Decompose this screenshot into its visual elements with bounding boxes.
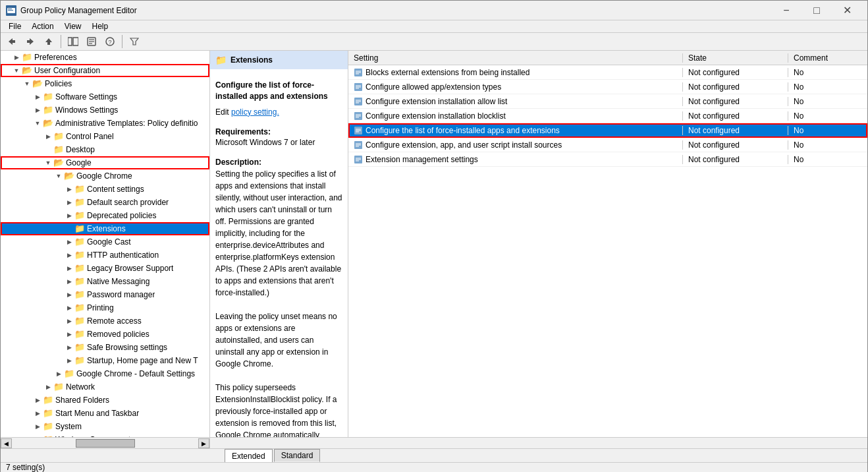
tree-label-desktop: Desktop [66, 145, 95, 154]
tree-item-startup-home[interactable]: ▶ 📁 Startup, Home page and New T [1, 354, 209, 367]
tree-item-extensions[interactable]: 📁 Extensions [1, 222, 209, 235]
tree-hscroll[interactable]: ◀ ▶ [1, 438, 210, 449]
tree-item-printing[interactable]: ▶ 📁 Printing [1, 301, 209, 314]
minimize-button[interactable]: − [771, 1, 801, 20]
properties-button[interactable] [83, 33, 100, 50]
close-button[interactable]: ✕ [832, 1, 862, 20]
tree-item-shared-folders[interactable]: ▶ 📁 Shared Folders [1, 394, 209, 407]
tree-item-native-messaging[interactable]: ▶ 📁 Native Messaging [1, 275, 209, 288]
setting-name-0: Blocks external extensions from being in… [366, 68, 529, 77]
col-header-state: State [683, 53, 788, 63]
settings-row-4[interactable]: Configure the list of force-installed ap… [348, 123, 867, 138]
tree-item-http-auth[interactable]: ▶ 📁 HTTP authentication [1, 249, 209, 262]
setting-name-6: Extension management settings [366, 155, 478, 164]
menu-action[interactable]: Action [26, 20, 59, 32]
state-cell-6: Not configured [683, 155, 788, 164]
back-button[interactable] [3, 33, 20, 50]
tree-item-chrome-default[interactable]: ▶ 📁 Google Chrome - Default Settings [1, 367, 209, 380]
tree-item-default-search[interactable]: ▶ 📁 Default search provider [1, 196, 209, 209]
up-button[interactable] [40, 33, 57, 50]
tree-item-user-config[interactable]: ▼ 📂 User Configuration [1, 64, 209, 77]
tree-item-safe-browsing[interactable]: ▶ 📁 Safe Browsing settings [1, 341, 209, 354]
menu-help[interactable]: Help [87, 20, 114, 32]
folder-icon-start-menu: 📁 [43, 408, 53, 419]
expander-system: ▶ [32, 423, 43, 430]
expander-safe-browsing: ▶ [64, 344, 74, 351]
tree-item-content-settings[interactable]: ▶ 📁 Content settings [1, 183, 209, 196]
title-bar: Group Policy Management Editor − □ ✕ [1, 1, 867, 20]
comment-cell-6: No [788, 155, 867, 164]
tab-extended[interactable]: Extended [225, 449, 273, 462]
settings-row-2[interactable]: Configure extension installation allow l… [348, 94, 867, 109]
setting-cell-2: Configure extension installation allow l… [348, 97, 683, 106]
show-hide-tree-button[interactable] [65, 33, 82, 50]
tree-item-legacy-browser[interactable]: ▶ 📁 Legacy Browser Support [1, 262, 209, 275]
toolbar-sep-2 [122, 35, 122, 48]
expander-chrome-default: ▶ [53, 370, 64, 377]
tree-label-google-chrome: Google Chrome [76, 171, 132, 181]
tree-item-google-chrome[interactable]: ▼ 📂 Google Chrome [1, 169, 209, 183]
folder-icon-preferences-top: 📁 [22, 52, 32, 63]
expander-google: ▼ [43, 160, 53, 166]
tree-label-google: Google [66, 158, 92, 167]
tree-item-policies[interactable]: ▼ 📂 Policies [1, 77, 209, 90]
tree-label-google-cast: Google Cast [87, 237, 131, 247]
expander-printing: ▶ [64, 305, 74, 311]
tree-item-remote-access[interactable]: ▶ 📁 Remote access [1, 314, 209, 328]
toolbar-sep-1 [61, 35, 61, 48]
tree-item-google[interactable]: ▼ 📂 Google [1, 156, 209, 169]
main-window: Group Policy Management Editor − □ ✕ Fil… [0, 0, 868, 472]
desc-edit-link[interactable]: policy setting. [231, 107, 279, 117]
tree-item-deprecated[interactable]: ▶ 📁 Deprecated policies [1, 209, 209, 222]
tree-item-windows-settings[interactable]: ▶ 📁 Windows Settings [1, 103, 209, 117]
folder-icon-google-cast: 📁 [74, 237, 85, 247]
tree-item-desktop[interactable]: 📁 Desktop [1, 143, 209, 156]
comment-cell-4: No [788, 126, 867, 135]
filter-button[interactable] [126, 33, 143, 50]
hscroll-thumb[interactable] [76, 439, 135, 448]
tree-label-legacy-browser: Legacy Browser Support [87, 264, 173, 273]
menu-file[interactable]: File [3, 20, 26, 32]
hscroll-right-btn[interactable]: ▶ [198, 438, 209, 448]
settings-row-5[interactable]: Configure extension, app, and user scrip… [348, 138, 867, 152]
settings-row-1[interactable]: Configure allowed app/extension types No… [348, 80, 867, 94]
settings-row-0[interactable]: Blocks external extensions from being in… [348, 65, 867, 80]
expander-preferences-top: ▶ [11, 54, 22, 61]
tree-item-system[interactable]: ▶ 📁 System [1, 420, 209, 433]
tree-item-google-cast[interactable]: ▶ 📁 Google Cast [1, 235, 209, 249]
tree-label-default-search: Default search provider [87, 198, 169, 207]
settings-row-6[interactable]: Extension management settings Not config… [348, 152, 867, 167]
tree-item-windows-components[interactable]: ▶ 📁 Windows Components [1, 433, 209, 437]
maximize-button[interactable]: □ [801, 1, 832, 20]
tree-label-control-panel: Control Panel [66, 132, 114, 141]
folder-icon-native-messaging: 📁 [74, 276, 85, 287]
tree-item-start-menu[interactable]: ▶ 📁 Start Menu and Taskbar [1, 407, 209, 420]
tree-item-password-manager[interactable]: ▶ 📁 Password manager [1, 288, 209, 301]
folder-icon-windows-settings: 📁 [43, 105, 53, 115]
tree-label-system: System [55, 422, 82, 431]
tab-standard[interactable]: Standard [274, 449, 321, 462]
folder-icon-software-settings: 📁 [43, 92, 53, 102]
tree-item-admin-templates[interactable]: ▼ 📂 Administrative Templates: Policy def… [1, 117, 209, 130]
menu-view[interactable]: View [59, 20, 87, 32]
hscroll-left-btn[interactable]: ◀ [1, 438, 12, 448]
desc-panel-header: 📁 Extensions [210, 51, 348, 69]
tree-label-chrome-default: Google Chrome - Default Settings [76, 369, 195, 378]
settings-row-3[interactable]: Configure extension installation blockli… [348, 109, 867, 123]
tree-item-software-settings[interactable]: ▶ 📁 Software Settings [1, 90, 209, 103]
comment-cell-5: No [788, 140, 867, 150]
help-button[interactable]: ? [101, 33, 119, 50]
tree-item-preferences-top[interactable]: ▶ 📁 Preferences [1, 51, 209, 64]
forward-button[interactable] [22, 33, 39, 50]
tree-item-network[interactable]: ▶ 📁 Network [1, 380, 209, 394]
desc-description-text: Setting the policy specifies a list of a… [215, 168, 342, 437]
expander-control-panel: ▶ [43, 133, 53, 140]
folder-icon-legacy-browser: 📁 [74, 263, 85, 274]
svg-marker-15 [130, 38, 138, 45]
desc-panel-header-text: Extensions [231, 55, 273, 65]
folder-icon-default-search: 📁 [74, 197, 85, 208]
tree-panel[interactable]: ▶ 📁 Preferences ▼ 📂 User Configuration ▼… [1, 51, 210, 437]
status-bar: 7 setting(s) [1, 462, 867, 472]
tree-item-removed-policies[interactable]: ▶ 📁 Removed policies [1, 328, 209, 341]
tree-item-control-panel[interactable]: ▶ 📁 Control Panel [1, 130, 209, 143]
